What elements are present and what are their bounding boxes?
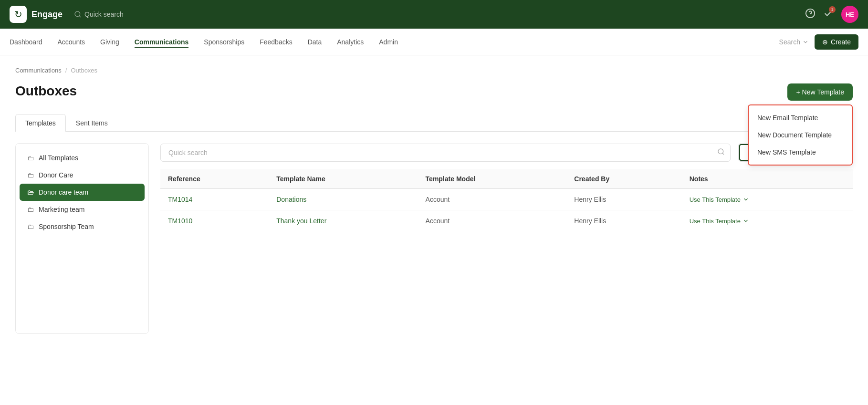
new-template-button[interactable]: + New Template: [787, 83, 853, 101]
reference-link-1[interactable]: TM1010: [168, 217, 192, 225]
nav-item-admin[interactable]: Admin: [379, 36, 398, 48]
tab-templates[interactable]: Templates: [15, 114, 66, 132]
nav-item-data[interactable]: Data: [308, 36, 322, 48]
main-content: Communications / Outboxes Outboxes + New…: [0, 55, 868, 405]
quick-search-label: Quick search: [84, 10, 124, 18]
folder-open-icon: 🗁: [27, 188, 34, 196]
template-name-link-1[interactable]: Thank you Letter: [276, 217, 326, 225]
cell-created-by-0: Henry Ellis: [566, 189, 681, 210]
sidebar-item-sponsorship-team[interactable]: 🗀 Sponsorship Team: [20, 218, 145, 235]
notification-badge: 1: [829, 6, 836, 13]
svg-line-1: [79, 16, 81, 17]
breadcrumb-current: Outboxes: [71, 67, 97, 74]
table-header-row: Reference Template Name Template Model C…: [160, 169, 853, 189]
cell-model-0: Account: [418, 189, 567, 210]
top-bar-right: 1 HE: [805, 6, 858, 23]
col-reference: Reference: [160, 169, 269, 189]
cell-action-1: Use This Template: [682, 210, 853, 232]
col-notes: Notes: [682, 169, 853, 189]
folder-icon: 🗀: [27, 154, 34, 162]
use-template-label-0: Use This Template: [690, 196, 741, 203]
use-template-button-1[interactable]: Use This Template: [690, 218, 845, 225]
sidebar-item-label-donor-care: Donor Care: [39, 171, 73, 179]
chevron-down-icon-1: [743, 218, 749, 224]
nav-item-sponsorships[interactable]: Sponsorships: [204, 36, 244, 48]
app-name: Engage: [31, 10, 63, 20]
sidebar-item-label-marketing: Marketing team: [39, 206, 84, 213]
cell-reference-1: TM1010: [160, 210, 269, 232]
secondary-nav: Dashboard Accounts Giving Communications…: [0, 29, 868, 55]
use-template-label-1: Use This Template: [690, 218, 741, 225]
quick-search-bar[interactable]: Quick search: [74, 10, 124, 18]
cell-template-name-1: Thank you Letter: [269, 210, 418, 232]
col-template-model: Template Model: [418, 169, 567, 189]
template-name-link-0[interactable]: Donations: [276, 196, 306, 203]
nav-item-giving[interactable]: Giving: [100, 36, 119, 48]
dropdown-item-sms[interactable]: New SMS Template: [749, 144, 852, 161]
svg-line-5: [722, 153, 724, 155]
sidebar-item-label-all: All Templates: [39, 154, 78, 162]
chevron-down-icon-0: [743, 196, 749, 203]
cell-template-name-0: Donations: [269, 189, 418, 210]
top-bar: ↻ Engage Quick search 1 HE: [0, 0, 868, 29]
breadcrumb-separator: /: [65, 67, 67, 74]
col-template-name: Template Name: [269, 169, 418, 189]
use-template-button-0[interactable]: Use This Template: [690, 196, 845, 203]
create-label: Create: [831, 38, 851, 46]
nav-item-dashboard[interactable]: Dashboard: [10, 36, 42, 48]
chevron-down-icon: [802, 39, 809, 45]
breadcrumb-parent[interactable]: Communications: [15, 67, 62, 74]
tabs: Templates Sent Items: [15, 114, 853, 132]
search-nav[interactable]: Search: [779, 38, 809, 46]
help-button[interactable]: [805, 8, 816, 21]
avatar[interactable]: HE: [841, 6, 858, 23]
sidebar-item-label-donor-care-team: Donor care team: [39, 188, 88, 196]
search-nav-label: Search: [779, 38, 800, 46]
table-row: TM1014 Donations Account Henry Ellis Use…: [160, 189, 853, 210]
notifications-button[interactable]: 1: [823, 8, 834, 21]
nav-item-accounts[interactable]: Accounts: [58, 36, 85, 48]
folder-icon-3: 🗀: [27, 206, 34, 213]
dropdown-menu: New Email Template New Document Template…: [748, 104, 853, 166]
logo-icon: ↻: [14, 9, 22, 20]
reference-link-0[interactable]: TM1014: [168, 196, 192, 203]
table-search-input[interactable]: [160, 144, 731, 162]
table-row: TM1010 Thank you Letter Account Henry El…: [160, 210, 853, 232]
sidebar-item-donor-care[interactable]: 🗀 Donor Care: [20, 166, 145, 184]
cell-created-by-1: Henry Ellis: [566, 210, 681, 232]
create-plus-icon: ⊕: [822, 38, 828, 46]
table-search-icon: [717, 148, 725, 157]
dropdown-item-email[interactable]: New Email Template: [749, 109, 852, 126]
data-table: Reference Template Name Template Model C…: [160, 169, 853, 231]
content-area: 🗀 All Templates 🗀 Donor Care 🗁 Donor car…: [15, 143, 853, 334]
sidebar-item-all-templates[interactable]: 🗀 All Templates: [20, 149, 145, 166]
nav-item-communications[interactable]: Communications: [135, 36, 189, 48]
nav-item-analytics[interactable]: Analytics: [337, 36, 364, 48]
page-title: Outboxes: [15, 83, 77, 99]
create-button[interactable]: ⊕ Create: [815, 34, 858, 50]
logo-container[interactable]: ↻ Engage: [10, 6, 63, 23]
sidebar-item-donor-care-team[interactable]: 🗁 Donor care team: [20, 184, 145, 201]
tab-sent-items[interactable]: Sent Items: [66, 114, 118, 132]
sidebar: 🗀 All Templates 🗀 Donor Care 🗁 Donor car…: [15, 143, 149, 334]
col-created-by: Created By: [566, 169, 681, 189]
logo-box: ↻: [10, 6, 27, 23]
sidebar-item-label-sponsorship: Sponsorship Team: [39, 223, 94, 230]
folder-icon-4: 🗀: [27, 223, 34, 230]
dropdown-container: + New Template New Email Template New Do…: [787, 83, 853, 101]
cell-reference-0: TM1014: [160, 189, 269, 210]
folder-icon-2: 🗀: [27, 171, 34, 179]
search-icon: [74, 10, 82, 18]
sidebar-item-marketing-team[interactable]: 🗀 Marketing team: [20, 201, 145, 218]
page-header: Outboxes + New Template New Email Templa…: [15, 83, 853, 101]
cell-action-0: Use This Template: [682, 189, 853, 210]
svg-point-4: [718, 149, 723, 154]
dropdown-item-document[interactable]: New Document Template: [749, 126, 852, 144]
svg-point-0: [75, 11, 80, 17]
table-area: Emails Documents SMS Reference Template …: [160, 143, 853, 334]
search-input-wrapper: [160, 144, 731, 162]
cell-model-1: Account: [418, 210, 567, 232]
breadcrumb: Communications / Outboxes: [15, 67, 853, 74]
nav-right: Search ⊕ Create: [779, 34, 858, 50]
nav-item-feedbacks[interactable]: Feedbacks: [260, 36, 292, 48]
